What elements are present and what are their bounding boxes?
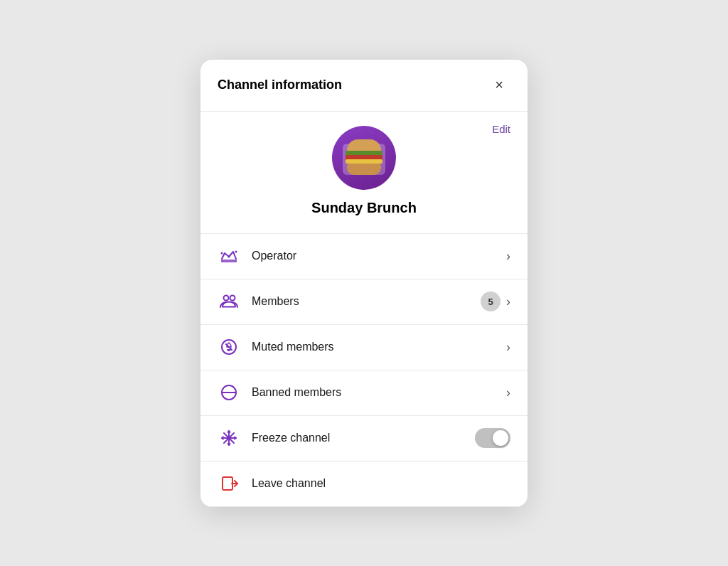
banned-members-label: Banned members — [252, 386, 506, 399]
freeze-channel-label: Freeze channel — [252, 432, 475, 444]
filling-yellow — [346, 159, 382, 164]
muted-members-label: Muted members — [252, 341, 506, 353]
menu-item-muted-members[interactable]: Muted members › — [200, 325, 528, 370]
freeze-toggle[interactable] — [475, 428, 510, 448]
avatar-image — [332, 126, 396, 190]
menu-item-operator[interactable]: Operator › — [200, 234, 528, 279]
chevron-right-icon: › — [506, 340, 510, 355]
members-label: Members — [252, 295, 481, 308]
modal-title: Channel information — [218, 78, 342, 92]
bread-top — [347, 139, 381, 152]
toggle-track — [475, 428, 510, 448]
bread-bottom — [347, 164, 381, 175]
crown-icon — [218, 245, 240, 267]
svg-rect-22 — [223, 477, 232, 490]
chevron-right-icon: › — [506, 249, 510, 264]
avatar — [332, 126, 396, 190]
menu-item-leave-channel[interactable]: Leave channel — [200, 461, 528, 507]
profile-section: Edit Sunday Brunch — [200, 112, 528, 234]
members-badge: 5 — [481, 292, 500, 311]
menu-item-members[interactable]: Members 5 › — [200, 279, 528, 325]
close-button[interactable]: × — [488, 74, 510, 97]
svg-point-13 — [228, 437, 231, 440]
members-icon — [218, 290, 240, 313]
channel-name: Sunday Brunch — [311, 200, 417, 216]
muted-icon — [218, 336, 240, 358]
svg-point-0 — [221, 252, 223, 255]
channel-info-modal: Channel information × Edit Sunday Brunch — [200, 60, 528, 507]
banned-icon — [218, 381, 240, 404]
svg-point-4 — [230, 296, 235, 301]
leave-channel-label: Leave channel — [252, 477, 510, 490]
chevron-right-icon: › — [506, 294, 510, 309]
menu-item-banned-members[interactable]: Banned members › — [200, 370, 528, 416]
modal-header: Channel information × — [200, 60, 528, 112]
food-illustration — [344, 138, 384, 178]
menu-item-freeze-channel[interactable]: Freeze channel — [200, 416, 528, 461]
toggle-thumb — [493, 430, 508, 446]
freeze-icon — [218, 427, 240, 449]
svg-point-2 — [235, 251, 237, 253]
edit-button[interactable]: Edit — [492, 123, 510, 135]
svg-point-1 — [228, 256, 230, 258]
chevron-right-icon: › — [506, 385, 510, 400]
svg-point-3 — [224, 296, 229, 301]
operator-label: Operator — [252, 250, 506, 262]
leave-icon — [218, 472, 240, 495]
menu-list: Operator › Members 5 › — [200, 234, 528, 507]
